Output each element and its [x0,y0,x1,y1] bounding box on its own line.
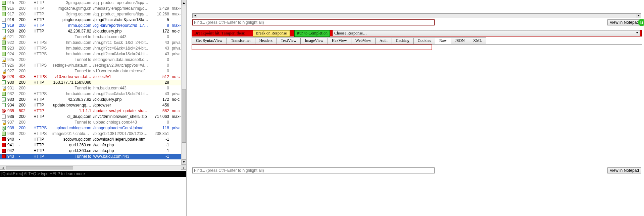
session-list-vertical-scrollbar[interactable]: ▲ ▼ [181,0,186,165]
session-result: 200 [19,125,34,131]
session-protocol: HTTP [34,137,52,142]
session-row[interactable]: 942-HTTPqurl.f.360.cn/wdinfo.php-1 [0,148,182,154]
session-row[interactable]: ⤷919200HTTPmma.qq.com/cgi-bin/report/rep… [0,23,182,28]
session-id: 921 [7,34,19,40]
inspector-tab-cookies[interactable]: Cookies [413,38,435,44]
inspector-tab-headers[interactable]: Headers [255,38,277,44]
inspector-tab-auth[interactable]: Auth [375,38,392,44]
session-row[interactable]: 🔒937200Tunnel toupload.cnblogs.com:4430 [0,120,182,125]
inspector-tab-caching[interactable]: Caching [392,38,414,44]
session-row[interactable]: ✖935502HTTP1.1.1.1/update_svr/get_update… [0,108,182,114]
session-row[interactable]: 939200HTTPSimages2017.cnblog…/blog/12138… [0,131,182,137]
session-host: 163.177.71.158:8080 [52,80,93,85]
session-id: 934 [7,102,19,108]
session-protocol: HTTPS [34,125,52,131]
session-row[interactable]: 🔒927200Tunnel tov10.vortex-win.data.micr… [0,68,182,74]
session-url: /qq_product_operations/tiqq/me… [93,11,150,17]
session-row[interactable]: 922200HTTPShm.baidu.com/hm.gif?cc=0&ck=1… [0,40,182,46]
session-url: /imageuploader/CorsUpload [93,125,150,131]
session-id: 917 [7,11,19,17]
session-type-icon [0,154,7,160]
inspector-tab-xml[interactable]: XML [469,38,487,44]
session-result: 200 [19,85,34,91]
session-row[interactable]: {}938200HTTPSupload.cnblogs.com/imageupl… [0,125,182,131]
break-on-response-button[interactable]: Break on Response [253,30,290,37]
inspector-tab-json[interactable]: JSON [451,38,469,44]
request-view-horizontal-scrollbar[interactable]: ◂ ▸ [192,13,641,18]
view-in-notepad-button-top[interactable]: View in Notepad [607,19,641,25]
inspector-tab-imageview[interactable]: ImageView [300,38,328,44]
session-row[interactable]: 915200HTTP3gimg.qq.com/qq_product_operat… [0,0,182,6]
inspector-tab-webview[interactable]: WebView [351,38,376,44]
inspector-tab-get-syntaxview[interactable]: Get SyntaxView [192,38,227,44]
session-row[interactable]: 941-HTTPqurl.f.360.cn/wdinfo.php-1 [0,142,182,148]
run-to-completion-button[interactable]: Run to Completion [294,30,330,37]
scrollbar-down-button[interactable]: ▼ [182,159,186,165]
session-body-size: 0 [150,34,172,40]
session-protocol: HTTP [34,114,52,120]
session-body-size: 10,268 [150,11,172,17]
session-host: settings-win.data.m… [52,63,93,68]
session-row[interactable]: 940-HTTPscdown.qq.com/download/HelperUpd… [0,137,182,142]
session-result: 200 [19,0,34,6]
session-list-horizontal-scrollbar[interactable]: ◂ ▸ [0,165,186,170]
session-row[interactable]: 943-HTTPTunnel towww.baidu.com:443-1 [0,154,182,159]
session-id: 923 [7,46,19,51]
session-row[interactable]: →933200HTTP42.236.37.82/cloudquery.php17… [0,97,182,102]
session-row[interactable]: 923200HTTPShm.baidu.com/hm.gif?cc=0&ck=1… [0,46,182,51]
session-result: 200 [19,46,34,51]
session-result: 200 [19,57,34,63]
session-row[interactable]: 🔒921200Tunnel tohm.baidu.com:4430 [0,34,182,40]
quickexec-bar[interactable]: [QuickExec] ALT+Q > type HELP to learn m… [0,171,186,177]
session-id: 918 [7,17,19,23]
session-row[interactable]: →930200HTTP163.177.71.158:808028 [0,80,182,85]
scrollbar-thumb[interactable] [6,166,73,169]
session-list[interactable]: 915200HTTP3gimg.qq.com/qq_product_operat… [0,0,182,165]
session-row[interactable]: ≡926304HTTPSsettings-win.data.m…/setting… [0,63,182,68]
session-host: mma.qq.com [52,23,93,28]
session-body-size: 43 [150,40,172,46]
inspector-tab-textview[interactable]: TextView [277,38,301,44]
scrollbar-right-button[interactable]: ▸ [636,14,641,18]
scrollbar-left-button[interactable]: ◂ [0,166,5,170]
session-row[interactable]: →920200HTTP42.236.37.82/cloudquery.php17… [0,28,182,34]
scrollbar-right-button[interactable]: ▸ [181,166,186,170]
inspector-tab-hexview[interactable]: HexView [328,38,351,44]
session-protocol: HTTP [34,97,52,102]
session-body-size: 172 [150,97,172,102]
session-row[interactable]: ✖928408HTTPSv10.vortex-win.dat…/collect/… [0,74,182,80]
session-result: 200 [19,40,34,46]
session-row[interactable]: 918200HTTPpingfore.qq.com/pingd?cc=-&ct=… [0,17,182,23]
session-row[interactable]: 932200HTTPShm.baidu.com/hm.gif?cc=0&ck=1… [0,91,182,97]
inspector-tab-raw[interactable]: Raw [435,38,451,44]
session-host: Tunnel to [52,34,93,40]
session-id: 937 [7,120,19,125]
choose-response-dropdown[interactable]: Choose Response… ▾ [333,30,640,36]
session-row[interactable]: 🔒931200Tunnel tohm.baidu.com:4430 [0,85,182,91]
session-protocol: HTTPS [34,131,52,137]
session-row[interactable]: 917200HTTP3gimg.qq.com/qq_product_operat… [0,11,182,17]
session-body-size: -1 [150,142,172,148]
right-pane: ◂ ▸ View in Notepad 31 Breakpoint hit. T… [190,0,644,216]
session-body-size: -1 [150,148,172,154]
inspector-tab-transformer[interactable]: Transformer [227,38,255,44]
session-row[interactable]: 916200HTTPimgcache.gtimg.cn/mediastyle/a… [0,6,182,11]
find-input-bottom[interactable] [192,167,435,173]
session-url: hm.baidu.com:443 [93,34,150,40]
session-row[interactable]: 924200HTTPShm.baidu.com/hm.gif?cc=0&ck=1… [0,51,182,57]
view-in-notepad-button-bottom[interactable]: View in Notepad [607,167,641,173]
find-input-top[interactable] [192,19,435,25]
scrollbar-track[interactable] [182,5,186,159]
session-row[interactable]: →934200HTTPupdate.browser.qq.…/qbrowser4… [0,102,182,108]
session-result: 200 [19,80,34,85]
scrollbar-up-button[interactable]: ▲ [182,0,186,5]
session-id: 940 [7,137,19,142]
session-row[interactable]: 🔒925200Tunnel tosettings-win.data.micros… [0,57,182,63]
session-row[interactable]: 936200HTTPdl_dir.qq.com/invc/tt/minibrow… [0,114,182,120]
session-host: upload.cnblogs.com [52,125,93,131]
scrollbar-left-button[interactable]: ◂ [193,14,197,18]
session-host: 42.236.37.82 [52,97,93,102]
scrollbar-thumb[interactable] [182,89,186,143]
session-body-size: -1 [150,137,172,142]
raw-response-textarea[interactable] [192,45,432,50]
